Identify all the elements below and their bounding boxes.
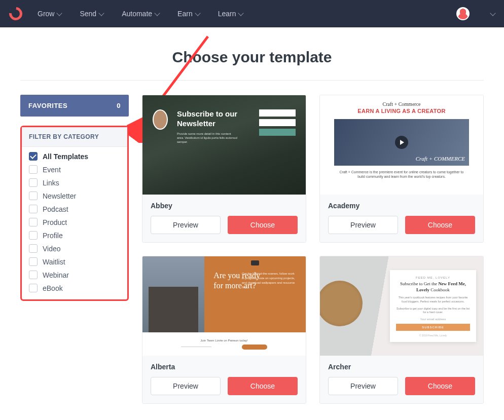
- thumb-footer: © 2019 Feed Me, Lovely: [396, 334, 470, 337]
- category-links[interactable]: Links: [29, 178, 120, 187]
- template-thumbnail[interactable]: Craft + Commerce EARN A LIVING AS A CREA…: [320, 95, 483, 195]
- category-product[interactable]: Product: [29, 218, 120, 226]
- chevron-down-icon: [154, 10, 160, 16]
- template-name: Archer: [328, 363, 475, 371]
- checkbox-icon[interactable]: [29, 257, 38, 266]
- template-thumbnail[interactable]: FEED ME, LOVELY Subscribe to Get the New…: [320, 256, 483, 356]
- thumb-line2: EARN A LIVING AS A CREATOR: [334, 108, 469, 114]
- thumb-subscribe: SUBSCRIBE: [396, 324, 470, 331]
- template-grid: Subscribe to our Newsletter Provide some…: [142, 95, 484, 404]
- nav-links: Grow Send Automate Earn Learn: [38, 10, 243, 18]
- preview-button[interactable]: Preview: [151, 216, 221, 234]
- checkbox-icon[interactable]: [29, 178, 38, 187]
- page: Choose your template FAVORITES 0 FILTER …: [0, 27, 504, 404]
- category-waitlist[interactable]: Waitlist: [29, 257, 120, 266]
- thumb-line1: Craft + Commerce: [334, 101, 469, 107]
- category-list: All Templates Event Links Newsletter Pod…: [22, 147, 127, 292]
- template-card-academy: Craft + Commerce EARN A LIVING AS A CREA…: [319, 95, 484, 243]
- thumb-lorem: Get the behind-the-scenes, follow work i…: [242, 272, 298, 290]
- choose-button[interactable]: Choose: [228, 216, 298, 234]
- category-ebook[interactable]: eBook: [29, 284, 120, 292]
- thumb-heading: Subscribe to Get the New Feed Me, Lovely…: [396, 281, 470, 293]
- category-webinar[interactable]: Webinar: [29, 271, 120, 279]
- layout: FAVORITES 0 FILTER BY CATEGORY All Templ…: [20, 95, 484, 404]
- thumb-lorem: This year's cookbook features recipes fr…: [396, 296, 470, 303]
- category-event[interactable]: Event: [29, 165, 120, 174]
- favorites-count: 0: [117, 102, 121, 109]
- favorites-bar[interactable]: FAVORITES 0: [20, 95, 129, 117]
- thumb-photo: [320, 281, 363, 326]
- thumb-caption: Craft + Commerce is the premiere event f…: [334, 170, 469, 179]
- nav-grow[interactable]: Grow: [38, 10, 61, 18]
- thumb-lorem: Subscribe to get your digital copy and b…: [396, 307, 470, 315]
- checkbox-icon[interactable]: [29, 205, 38, 213]
- thumb-eyebrow: FEED ME, LOVELY: [396, 276, 470, 279]
- choose-button[interactable]: Choose: [405, 216, 475, 234]
- account-avatar[interactable]: [456, 7, 470, 20]
- play-icon: [395, 136, 408, 149]
- preview-button[interactable]: Preview: [328, 377, 398, 395]
- chevron-down-icon: [57, 10, 62, 16]
- thumb-email: Your email address: [396, 318, 470, 321]
- avatar-icon: [153, 109, 168, 130]
- choose-button[interactable]: Choose: [228, 377, 298, 395]
- template-name: Abbey: [151, 202, 298, 210]
- video-badge: Craft + COMMERCE: [416, 156, 465, 162]
- video-preview: Craft + COMMERCE: [334, 119, 469, 166]
- filter-heading: FILTER BY CATEGORY: [22, 127, 127, 147]
- preview-button[interactable]: Preview: [328, 216, 398, 234]
- thumb-photo: [142, 256, 204, 332]
- chevron-down-icon: [98, 10, 104, 16]
- nav-earn[interactable]: Earn: [177, 10, 200, 18]
- nav-send[interactable]: Send: [80, 10, 103, 18]
- chevron-down-icon[interactable]: [490, 10, 495, 16]
- template-thumbnail[interactable]: Are you ready for more art? Get the behi…: [142, 256, 306, 356]
- chevron-down-icon: [195, 10, 200, 16]
- checkbox-icon[interactable]: [29, 192, 38, 200]
- template-name: Alberta: [151, 363, 298, 371]
- checkbox-icon[interactable]: [29, 231, 38, 240]
- page-title: Choose your template: [20, 49, 484, 66]
- category-profile[interactable]: Profile: [29, 231, 120, 240]
- preview-button[interactable]: Preview: [151, 377, 221, 395]
- brand-logo[interactable]: [7, 5, 25, 23]
- filter-by-category: FILTER BY CATEGORY All Templates Event L…: [20, 126, 129, 301]
- chevron-down-icon: [238, 10, 244, 16]
- template-thumbnail[interactable]: Subscribe to our Newsletter Provide some…: [142, 95, 306, 195]
- category-all-templates[interactable]: All Templates: [29, 152, 120, 161]
- checkbox-icon[interactable]: [29, 218, 38, 226]
- sidebar: FAVORITES 0 FILTER BY CATEGORY All Templ…: [20, 95, 129, 301]
- favorites-label: FAVORITES: [28, 102, 67, 109]
- thumb-cta-bar: Join Team Lizzie on Patreon today!: [142, 332, 306, 356]
- checkbox-icon[interactable]: [29, 244, 38, 253]
- template-card-alberta: Are you ready for more art? Get the behi…: [142, 256, 306, 404]
- nav-automate[interactable]: Automate: [122, 10, 159, 18]
- divider: [20, 80, 484, 81]
- template-name: Academy: [328, 202, 475, 210]
- checkbox-icon[interactable]: [29, 165, 38, 174]
- thumb-lorem: Provide some more detail in this content…: [177, 132, 238, 144]
- template-card-abbey: Subscribe to our Newsletter Provide some…: [142, 95, 306, 243]
- choose-button[interactable]: Choose: [405, 377, 475, 395]
- category-video[interactable]: Video: [29, 244, 120, 253]
- thumb-form: [259, 109, 296, 195]
- thumb-modal: FEED ME, LOVELY Subscribe to Get the New…: [390, 270, 476, 342]
- category-podcast[interactable]: Podcast: [29, 205, 120, 213]
- template-card-archer: FEED ME, LOVELY Subscribe to Get the New…: [319, 256, 484, 404]
- checkbox-icon[interactable]: [29, 271, 38, 279]
- top-navbar: Grow Send Automate Earn Learn: [0, 0, 504, 27]
- category-newsletter[interactable]: Newsletter: [29, 192, 120, 200]
- checkbox-icon[interactable]: [29, 152, 38, 161]
- thumb-headline: Subscribe to our Newsletter: [177, 109, 250, 129]
- nav-learn[interactable]: Learn: [218, 10, 243, 18]
- checkbox-icon[interactable]: [29, 284, 38, 292]
